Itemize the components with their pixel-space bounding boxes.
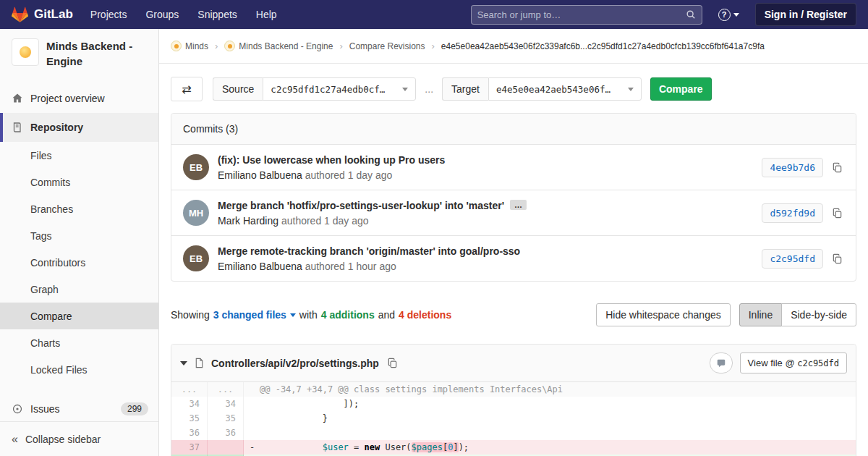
nav-projects[interactable]: Projects — [90, 9, 127, 20]
breadcrumb-link[interactable]: Minds Backend - Engine — [239, 41, 333, 51]
code-token: $pages — [412, 442, 443, 452]
code-token: ]); — [260, 399, 359, 409]
code-token: @@ -34,7 +34,7 @@ class settings impleme… — [260, 384, 563, 394]
old-line-number[interactable]: 37 — [171, 440, 208, 455]
sidebar-item-repository[interactable]: Repository — [0, 113, 158, 142]
commit-author-link[interactable]: Emiliano Balbuena — [218, 169, 302, 181]
commits-panel: Commits (3) EB(fix): Use lowercase when … — [171, 113, 856, 282]
compare-button[interactable]: Compare — [650, 77, 712, 101]
sidebar-item-label: Project overview — [30, 93, 105, 104]
toggle-comments-button[interactable] — [710, 352, 733, 373]
commit-sha[interactable]: 4ee9b7d6 — [762, 158, 823, 177]
copy-icon — [832, 162, 843, 173]
diff-mode-toggle: Inline Side-by-side — [739, 303, 856, 326]
commits-panel-header: Commits (3) — [171, 114, 856, 145]
project-context-header[interactable]: Minds Backend - Engine — [0, 29, 158, 78]
new-line-number[interactable]: 34 — [208, 397, 244, 411]
nav-help[interactable]: Help — [256, 9, 277, 20]
changed-files-dropdown[interactable]: 3 changed files — [213, 309, 296, 321]
commit-title[interactable]: Merge remote-tracking branch 'origin/mas… — [218, 245, 520, 257]
copy-sha-button[interactable] — [830, 161, 844, 174]
source-label: Source — [213, 77, 263, 101]
new-line-number[interactable]: 36 — [208, 426, 244, 440]
new-line-number[interactable]: 35 — [208, 411, 244, 426]
main-content: Minds›Minds Backend - Engine›Compare Rev… — [159, 29, 868, 456]
sidebar-item-project-overview[interactable]: Project overview — [0, 84, 158, 113]
hide-whitespace-button[interactable]: Hide whitespace changes — [596, 303, 731, 326]
commit-meta-text: authored 1 day ago — [305, 169, 393, 181]
breadcrumb-link[interactable]: Minds — [185, 41, 208, 51]
commit-author-avatar[interactable]: MH — [183, 200, 209, 226]
code-token: ] — [453, 442, 458, 452]
commit-meta: Mark Harding authored 1 day ago — [218, 215, 762, 227]
commit-author-link[interactable]: Mark Harding — [218, 215, 278, 227]
chevron-down-icon — [733, 13, 739, 17]
sidebar-item-locked-files[interactable]: Locked Files — [0, 356, 158, 383]
global-search[interactable] — [471, 5, 702, 25]
copy-icon — [387, 358, 398, 368]
commit-author-link[interactable]: Emiliano Balbuena — [218, 261, 302, 272]
diff-line-hunk: ...... @@ -34,7 +34,7 @@ class settings … — [171, 382, 856, 397]
swap-revisions-button[interactable]: ⇄ — [171, 77, 203, 101]
commit-actions: c2c95dfd — [762, 249, 844, 269]
code-token: User — [385, 442, 406, 452]
expand-commit-message-button[interactable]: … — [510, 200, 527, 210]
gitlab-logo[interactable]: GitLab — [12, 7, 73, 23]
commit-author-avatar[interactable]: EB — [183, 245, 209, 271]
side-by-side-view-button[interactable]: Side-by-side — [781, 303, 856, 326]
view-file-button[interactable]: View file @ c2c95dfd — [740, 352, 847, 373]
chevron-down-icon — [628, 88, 634, 91]
commit-title-line: (fix): Use lowercase when looking up Pro… — [218, 153, 762, 166]
source-ref-value: c2c95dfd1c27a4edb0cf… — [271, 84, 385, 95]
commit-info: Merge remote-tracking branch 'origin/mas… — [218, 245, 762, 272]
navbar-menu: ProjectsGroupsSnippetsHelp — [90, 9, 277, 20]
sidebar-item-label: Repository — [30, 122, 83, 133]
sidebar-item-compare[interactable]: Compare — [0, 303, 158, 329]
collapse-sidebar-button[interactable]: « Collapse sidebar — [0, 421, 158, 456]
commit-meta: Emiliano Balbuena authored 1 day ago — [218, 169, 762, 181]
sidebar-item-issues[interactable]: Issues 299 — [0, 394, 158, 423]
old-line-number[interactable]: 34 — [171, 397, 208, 411]
copy-file-path-button[interactable] — [386, 356, 399, 370]
issues-count-badge: 299 — [121, 402, 148, 415]
old-line-number[interactable]: 35 — [171, 411, 208, 426]
copy-sha-button[interactable] — [830, 206, 844, 220]
collapse-sidebar-label: Collapse sidebar — [25, 434, 101, 445]
commit-sha[interactable]: d592fd9d — [762, 203, 823, 223]
commit-info: Merge branch 'hotfix/pro-settings-user-l… — [218, 199, 762, 227]
diff-file-path[interactable]: Controllers/api/v2/pro/settings.php — [211, 358, 379, 369]
nav-snippets[interactable]: Snippets — [197, 9, 237, 20]
help-menu[interactable]: ? — [718, 9, 739, 21]
sidebar-item-contributors[interactable]: Contributors — [0, 249, 158, 276]
sidebar-item-branches[interactable]: Branches — [0, 195, 158, 222]
source-ref-group: Source c2c95dfd1c27a4edb0cf… — [213, 77, 416, 101]
target-label: Target — [442, 77, 488, 101]
commit-sha[interactable]: c2c95dfd — [762, 249, 823, 269]
source-ref-dropdown[interactable]: c2c95dfd1c27a4edb0cf… — [263, 77, 416, 101]
commit-author-avatar[interactable]: EB — [183, 154, 209, 180]
sidebar: Minds Backend - Engine Project overview … — [0, 29, 159, 456]
copy-sha-button[interactable] — [830, 252, 844, 266]
help-icon: ? — [718, 9, 731, 21]
sidebar-item-charts[interactable]: Charts — [0, 329, 158, 356]
collapse-diff-icon[interactable] — [180, 361, 187, 366]
code-line: ]); — [244, 397, 856, 411]
sidebar-item-tags[interactable]: Tags — [0, 222, 158, 249]
breadcrumb: Minds›Minds Backend - Engine›Compare Rev… — [159, 29, 868, 64]
breadcrumb-link[interactable]: Compare Revisions — [349, 41, 425, 51]
deletions-count: 4 deletions — [399, 309, 451, 321]
old-line-number[interactable]: 36 — [171, 426, 208, 440]
inline-view-button[interactable]: Inline — [739, 303, 782, 326]
additions-count: 4 additions — [321, 309, 375, 321]
diff-file-header: Controllers/api/v2/pro/settings.php View… — [171, 345, 856, 382]
new-line-number[interactable] — [208, 440, 244, 455]
commit-title[interactable]: Merge branch 'hotfix/pro-settings-user-l… — [218, 200, 504, 211]
target-ref-dropdown[interactable]: e4e5e0ea42aeb543e06f… — [488, 77, 642, 101]
sign-in-register-button[interactable]: Sign in / Register — [755, 3, 856, 26]
commit-title[interactable]: (fix): Use lowercase when looking up Pro… — [218, 154, 445, 166]
nav-groups[interactable]: Groups — [145, 9, 179, 20]
search-input[interactable] — [477, 9, 686, 20]
sidebar-item-graph[interactable]: Graph — [0, 276, 158, 303]
sidebar-item-files[interactable]: Files — [0, 142, 158, 169]
sidebar-item-commits[interactable]: Commits — [0, 169, 158, 195]
